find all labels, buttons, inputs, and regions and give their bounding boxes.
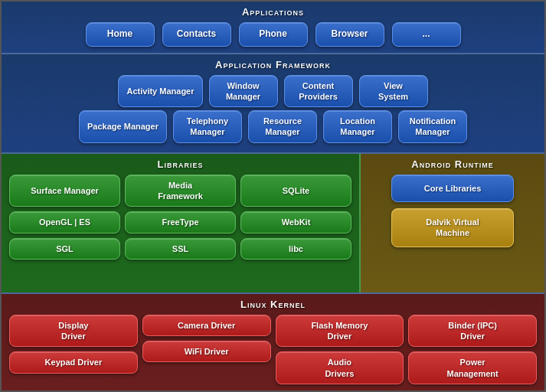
runtime-buttons: Core Libraries Dalvik VirtualMachine [368, 175, 537, 247]
runtime-section: Android Runtime Core Libraries Dalvik Vi… [361, 154, 544, 292]
opengl-button[interactable]: OpenGL | ES [9, 211, 120, 233]
framework-title: Application Framework [215, 59, 331, 70]
kernel-col-2: Camera Driver WiFi Driver [142, 315, 271, 384]
libc-button[interactable]: libc [240, 238, 351, 260]
display-driver-button[interactable]: DisplayDriver [9, 315, 138, 348]
audio-drivers-button[interactable]: AudioDrivers [276, 351, 404, 384]
window-manager-button[interactable]: WindowManager [209, 75, 278, 108]
dalvik-button[interactable]: Dalvik VirtualMachine [391, 208, 514, 247]
ssl-button[interactable]: SSL [125, 238, 236, 260]
kernel-col-3: Flash MemoryDriver AudioDrivers [276, 315, 404, 384]
notification-manager-button[interactable]: NotificationManager [398, 110, 467, 143]
middle-section: Libraries Surface Manager MediaFramework… [2, 154, 544, 294]
keypad-driver-button[interactable]: Keypad Driver [9, 351, 138, 373]
sgl-button[interactable]: SGL [9, 238, 120, 260]
framework-row2: Package Manager TelephonyManager Resourc… [79, 110, 467, 143]
power-management-button[interactable]: PowerManagement [408, 351, 537, 384]
applications-title: Applications [242, 6, 304, 18]
framework-row1: Activity Manager WindowManager ContentPr… [118, 75, 427, 108]
media-framework-button[interactable]: MediaFramework [125, 175, 236, 207]
wifi-driver-button[interactable]: WiFi Driver [142, 341, 271, 362]
telephony-manager-button[interactable]: TelephonyManager [173, 110, 242, 143]
content-providers-button[interactable]: ContentProviders [284, 75, 353, 108]
activity-manager-button[interactable]: Activity Manager [118, 75, 202, 108]
libraries-grid: Surface Manager MediaFramework SQLite Op… [9, 175, 351, 260]
kernel-grid: DisplayDriver Keypad Driver Camera Drive… [9, 315, 537, 384]
libraries-section: Libraries Surface Manager MediaFramework… [2, 154, 361, 292]
browser-button[interactable]: Browser [316, 22, 384, 47]
phone-button[interactable]: Phone [239, 22, 308, 47]
contacts-button[interactable]: Contacts [162, 22, 231, 47]
binder-driver-button[interactable]: Binder (IPC)Driver [408, 315, 537, 348]
flash-driver-button[interactable]: Flash MemoryDriver [276, 315, 404, 348]
applications-section: Applications Home Contacts Phone Browser… [2, 2, 544, 54]
runtime-title: Android Runtime [411, 158, 493, 170]
location-manager-button[interactable]: LocationManager [323, 110, 392, 143]
view-system-button[interactable]: ViewSystem [359, 75, 428, 108]
freetype-button[interactable]: FreeType [125, 211, 236, 233]
surface-manager-button[interactable]: Surface Manager [9, 175, 120, 207]
diagram: Applications Home Contacts Phone Browser… [0, 0, 546, 392]
resource-manager-button[interactable]: ResourceManager [248, 110, 317, 143]
kernel-col-1: DisplayDriver Keypad Driver [9, 315, 138, 384]
framework-section: Application Framework Activity Manager W… [2, 54, 544, 154]
more-button[interactable]: ... [392, 22, 461, 47]
sqlite-button[interactable]: SQLite [240, 175, 351, 207]
webkit-button[interactable]: WebKit [240, 211, 351, 233]
camera-driver-button[interactable]: Camera Driver [142, 315, 271, 336]
package-manager-button[interactable]: Package Manager [79, 110, 167, 143]
app-buttons-row: Home Contacts Phone Browser ... [86, 22, 461, 47]
home-button[interactable]: Home [86, 22, 155, 47]
libraries-title: Libraries [158, 158, 204, 170]
core-libraries-button[interactable]: Core Libraries [391, 175, 514, 202]
kernel-col-4: Binder (IPC)Driver PowerManagement [408, 315, 537, 384]
kernel-section: Linux Kernel DisplayDriver Keypad Driver… [2, 294, 544, 390]
kernel-title: Linux Kernel [240, 299, 306, 310]
